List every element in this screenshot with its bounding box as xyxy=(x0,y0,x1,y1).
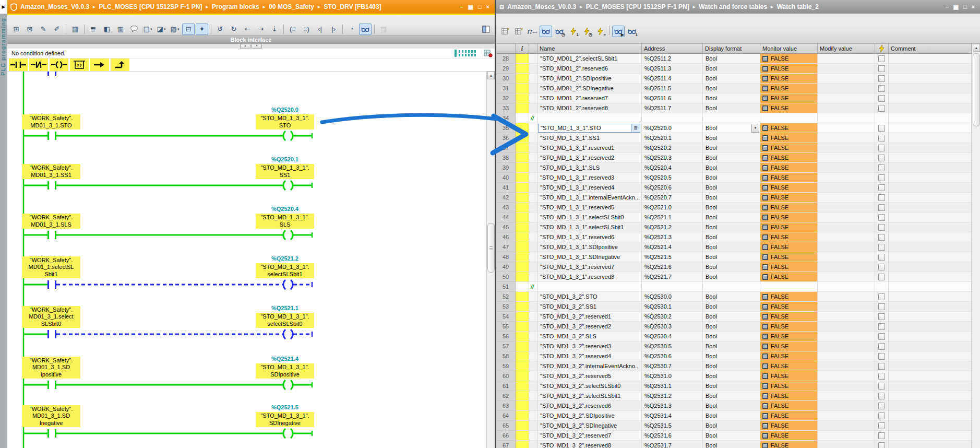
comment-cell[interactable] xyxy=(889,411,972,421)
monitor-value-cell[interactable]: FALSE xyxy=(760,351,818,361)
modify-enable-cell[interactable] xyxy=(875,173,889,183)
modify-enable-cell[interactable] xyxy=(875,232,889,242)
coil-operand-label[interactable]: "STO_MD_1_3_1". selectSLSbit0 xyxy=(256,313,314,328)
watch-table-row[interactable]: 55"STO_MD1_3_2".reserved2%Q2530.3BoolFAL… xyxy=(496,322,972,332)
column-header-address[interactable]: Address xyxy=(642,44,703,54)
watch-table-row[interactable]: 64"STO_MD1_3_2".SDIpositive%Q2531.4BoolF… xyxy=(496,411,972,421)
modify-checkbox[interactable] xyxy=(878,105,885,112)
watch-table-scrollbar[interactable]: ▲ xyxy=(972,44,980,448)
display-format-cell[interactable]: Bool xyxy=(703,183,760,193)
comment-cell[interactable] xyxy=(889,84,972,93)
watch-table-row[interactable]: 60"STO_MD1_3_2".reserved5%Q2531.0BoolFAL… xyxy=(496,371,972,381)
display-format-cell[interactable]: Bool xyxy=(703,292,760,302)
name-cell[interactable]: "STO_MD_1_3_1".STO≣ xyxy=(537,123,642,133)
name-cell[interactable]: "STO_MD1_3_2".reserved8 xyxy=(537,441,642,448)
print-icon[interactable]: ▤ xyxy=(377,23,390,35)
modify-enable-cell[interactable] xyxy=(875,441,889,448)
address-cell[interactable]: %Q2521.1 xyxy=(642,213,703,222)
address-cell[interactable]: %Q2530.0 xyxy=(642,292,703,302)
display-format-cell[interactable]: Bool xyxy=(703,222,760,232)
modify-checkbox[interactable] xyxy=(878,214,885,221)
name-cell[interactable]: "STO_MD_1_3_1".SDInegative xyxy=(537,252,642,262)
display-format-cell[interactable]: Bool xyxy=(703,173,760,183)
display-format-cell[interactable]: Bool xyxy=(703,332,760,341)
comment-row[interactable]: 51// xyxy=(496,282,972,292)
modify-enable-cell[interactable] xyxy=(875,203,889,213)
monitor-value-cell[interactable]: FALSE xyxy=(760,431,818,441)
address-cell[interactable]: %Q2520.1 xyxy=(642,133,703,143)
display-format-cell[interactable]: Bool xyxy=(703,401,760,411)
add-row-icon[interactable] xyxy=(512,26,525,37)
display-format-cell[interactable]: Bool xyxy=(703,153,760,163)
display-format-cell[interactable]: Bool xyxy=(703,272,760,282)
column-header-i[interactable]: i xyxy=(516,44,529,54)
restore-window-icon[interactable]: ▣ xyxy=(953,4,959,10)
modify-value-cell[interactable] xyxy=(818,341,875,351)
modify-checkbox[interactable] xyxy=(878,164,885,171)
address-cell[interactable]: %Q2521.6 xyxy=(642,262,703,272)
comment-cell[interactable] xyxy=(889,203,972,213)
close-branch-button[interactable] xyxy=(111,58,129,71)
address-cell[interactable]: %Q2511.4 xyxy=(642,74,703,84)
restore-window-icon[interactable]: ▣ xyxy=(468,4,473,10)
comment-cell[interactable] xyxy=(889,232,972,242)
contact-operand-label[interactable]: "WORK_Safety". MD01_3_1.select SLSbit0 xyxy=(22,306,80,328)
display-format-cell[interactable]: Bool xyxy=(703,371,760,381)
modify-value-cell[interactable] xyxy=(818,391,875,401)
modify-value-cell[interactable] xyxy=(818,173,875,183)
next-error-icon[interactable]: |› xyxy=(327,23,340,35)
address-cell[interactable]: %Q2511.7 xyxy=(642,103,703,113)
modify-value-cell[interactable] xyxy=(818,203,875,213)
monitor-value-cell[interactable]: FALSE xyxy=(760,193,818,203)
name-cell[interactable]: "STO_MD_1_3_1".reserved8 xyxy=(537,272,642,282)
display-format-cell[interactable]: Bool xyxy=(703,93,760,103)
display-format-cell[interactable]: Bool xyxy=(703,421,760,431)
modify-value-cell[interactable] xyxy=(818,252,875,262)
modify-value-cell[interactable] xyxy=(818,153,875,163)
watch-scrollbar-thumb[interactable] xyxy=(973,53,980,126)
address-cell[interactable]: %Q2530.2 xyxy=(642,312,703,322)
address-cell[interactable]: %Q2531.4 xyxy=(642,411,703,421)
modify-checkbox[interactable] xyxy=(878,95,885,102)
monitor-value-cell[interactable] xyxy=(760,113,818,123)
modify-enable-cell[interactable] xyxy=(875,153,889,163)
name-cell[interactable]: "STO_MD1_3_2".reserved5 xyxy=(537,371,642,381)
modify-enable-cell[interactable] xyxy=(875,113,889,123)
open-branch-button[interactable] xyxy=(90,58,109,71)
monitor-value-cell[interactable]: FALSE xyxy=(760,183,818,193)
display-format-cell[interactable]: Bool xyxy=(703,381,760,391)
address-cell[interactable]: %Q2531.2 xyxy=(642,391,703,401)
modify-enable-cell[interactable] xyxy=(875,272,889,282)
monitor-value-cell[interactable]: FALSE xyxy=(760,93,818,103)
address-cell[interactable]: %Q2520.5 xyxy=(642,173,703,183)
display-format-cell[interactable]: Bool xyxy=(703,302,760,312)
monitor-value-cell[interactable]: FALSE xyxy=(760,133,818,143)
ladder-vertical-scrollbar[interactable]: ▲ xyxy=(486,72,495,448)
modify-enable-cell[interactable] xyxy=(875,252,889,262)
modify-to-1-icon[interactable]: 1 xyxy=(567,26,579,37)
modify-enable-cell[interactable] xyxy=(875,93,889,103)
monitor-value-cell[interactable]: FALSE xyxy=(760,312,818,322)
modify-enable-cell[interactable] xyxy=(875,292,889,302)
comment-cell[interactable] xyxy=(889,213,972,222)
modify-value-cell[interactable] xyxy=(818,401,875,411)
watch-table-titlebar[interactable]: ⊟ Amazon_Moses_V0.0.3▸PLC_MOSES [CPU 151… xyxy=(496,0,980,14)
monitor-value-cell[interactable]: FALSE xyxy=(760,371,818,381)
monitor-value-cell[interactable]: FALSE xyxy=(760,222,818,232)
address-cell[interactable]: %Q2530.3 xyxy=(642,322,703,332)
modify-enable-cell[interactable] xyxy=(875,84,889,93)
network-sequence-icon[interactable]: ⊟ xyxy=(182,23,195,35)
watch-table-row[interactable]: 31"STO_MD01_2".SDInegative%Q2511.5BoolFA… xyxy=(496,84,972,93)
modify-value-cell[interactable] xyxy=(818,421,875,431)
display-format-cell[interactable]: Bool xyxy=(703,54,760,64)
name-cell[interactable]: "STO_MD1_3_2".reserved6 xyxy=(537,401,642,411)
modify-checkbox[interactable] xyxy=(878,254,885,261)
name-cell[interactable]: "STO_MD01_2".selectSLSbit1 xyxy=(537,54,642,64)
scroll-up-icon[interactable]: ▲ xyxy=(973,44,980,52)
breadcrumb-item[interactable]: Watch table_2 xyxy=(777,3,819,10)
comment-cell[interactable] xyxy=(889,322,972,332)
address-cell[interactable]: %Q2521.3 xyxy=(642,232,703,242)
modify-value-cell[interactable] xyxy=(818,302,875,312)
display-format-cell[interactable]: Bool xyxy=(703,64,760,74)
display-format-cell[interactable]: Bool xyxy=(703,341,760,351)
